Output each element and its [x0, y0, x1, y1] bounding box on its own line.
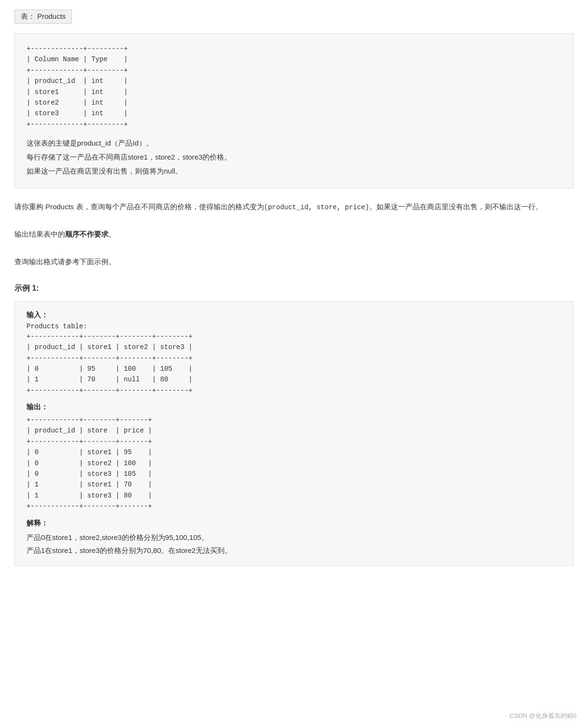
problem-order: 输出结果表中的顺序不作要求。	[14, 228, 574, 242]
explain-line2: 产品1在store1，store3的价格分别为70,80。在store2无法买到…	[27, 544, 561, 557]
example-1-box: 输入： Products table: +------------+------…	[14, 301, 574, 566]
schema-ascii-table: +-------------+---------+ | Column Name …	[27, 43, 561, 130]
example-1-title: 示例 1:	[14, 283, 574, 294]
output-ascii-table: +------------+--------+-------+ | produc…	[27, 415, 561, 512]
order-end: 。	[108, 230, 116, 238]
order-label: 输出结果表中的	[14, 230, 65, 238]
problem-description: 请你重构 Products 表，查询每个产品在不同商店的价格，使得输出的格式变为…	[14, 200, 574, 269]
explain-label: 解释：	[27, 519, 561, 528]
schema-desc-line2: 每行存储了这一产品在不同商店store1，store2，store3的价格。	[27, 150, 561, 163]
schema-box: +-------------+---------+ | Column Name …	[14, 33, 574, 189]
schema-desc-line1: 这张表的主键是product_id（产品Id）。	[27, 136, 561, 149]
input-table-header: Products table:	[27, 323, 561, 330]
problem-code: (product_id, store, price)	[264, 203, 369, 211]
problem-text-after: 。如果这一产品	[369, 202, 420, 211]
watermark: CSDN @化身孤岛的鲸0	[509, 712, 576, 720]
output-label: 输出：	[27, 403, 561, 412]
input-label: 输入：	[27, 310, 561, 320]
schema-description: 这张表的主键是product_id（产品Id）。 每行存储了这一产品在不同商店s…	[27, 136, 561, 177]
problem-text-before: 请你重构 Products 表，查询每个产品在不同商店的价格，使得输出的格式变为	[14, 202, 264, 211]
problem-line1: 请你重构 Products 表，查询每个产品在不同商店的价格，使得输出的格式变为…	[14, 200, 574, 214]
explain-line1: 产品0在store1，store2,store3的价格分别为95,100,105…	[27, 531, 561, 544]
explanation: 产品0在store1，store2,store3的价格分别为95,100,105…	[27, 531, 561, 557]
schema-desc-line3: 如果这一产品在商店里没有出售，则值将为null。	[27, 164, 561, 177]
order-bold: 顺序不作要求	[65, 230, 108, 238]
problem-format-hint: 查询输出格式请参考下面示例。	[14, 255, 574, 269]
example-1-section: 示例 1: 输入： Products table: +------------+…	[14, 283, 574, 566]
problem-line1-cont: 在商店里没有出售，则不输出这一行。	[420, 202, 543, 211]
input-ascii-table: +------------+--------+--------+--------…	[27, 331, 561, 396]
table-label: 表： Products	[14, 10, 72, 24]
